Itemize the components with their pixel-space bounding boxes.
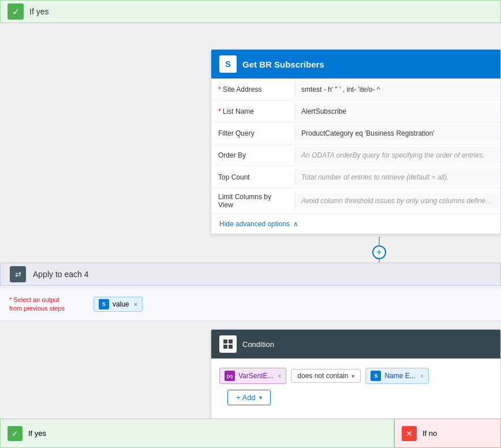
condition-card-title: Condition xyxy=(242,340,274,349)
bottom-if-yes-bar[interactable]: ✓ If yes xyxy=(0,419,394,448)
apply-each-bar[interactable]: ⇄ Apply to each 4 xyxy=(0,263,501,286)
var-sent-chip[interactable]: {x} VarSentE... × xyxy=(219,368,286,384)
bottom-if-no-bar[interactable]: ✕ If no xyxy=(394,419,501,448)
top-check-icon: ✓ xyxy=(8,3,24,20)
name-chip-sp-icon: S xyxy=(371,371,381,381)
get-br-card: S Get BR Subscribers * Site Address smte… xyxy=(211,49,501,234)
svg-rect-1 xyxy=(229,339,233,344)
value-chip-close[interactable]: × xyxy=(134,301,137,308)
order-by-label: Order By xyxy=(211,147,295,164)
list-name-label: * List Name xyxy=(211,103,295,120)
get-br-card-title: Get BR Subscribers xyxy=(242,59,324,69)
svg-rect-3 xyxy=(229,345,233,349)
connector-line-top xyxy=(379,237,380,245)
site-address-label: * Site Address xyxy=(211,81,295,98)
top-count-label: Top Count xyxy=(211,169,295,186)
condition-row: {x} VarSentE... × does not contain ▾ S N… xyxy=(219,368,492,384)
condition-card: Condition {x} VarSentE... × does not con… xyxy=(211,329,501,421)
apply-each-title: Apply to each 4 xyxy=(33,270,89,279)
bottom-if-yes-label: If yes xyxy=(28,429,46,438)
bottom-check-icon: ✓ xyxy=(8,426,23,441)
sharepoint-icon: S xyxy=(219,55,237,73)
limit-columns-label: Limit Columns by View xyxy=(211,188,295,214)
condition-icon xyxy=(219,335,237,353)
field-row-limit-columns: Limit Columns by View Avoid column thres… xyxy=(211,188,500,214)
var-chip-text: VarSentE... xyxy=(238,372,273,380)
apply-each-icon: ⇄ xyxy=(10,266,26,282)
operator-dropdown[interactable]: does not contain ▾ xyxy=(291,369,361,383)
filter-query-value[interactable]: ProductCategory eq 'Business Registratio… xyxy=(295,125,500,142)
select-output-text: Select an outputfrom previous steps xyxy=(9,296,65,312)
add-btn-row: + Add ▾ xyxy=(219,384,492,411)
svg-rect-2 xyxy=(223,345,227,349)
canvas: S Get BR Subscribers * Site Address smte… xyxy=(0,23,501,448)
condition-body: {x} VarSentE... × does not contain ▾ S N… xyxy=(211,359,500,420)
field-row-top-count: Top Count Total number of entries to ret… xyxy=(211,166,500,188)
svg-rect-0 xyxy=(223,339,227,344)
add-chevron-icon: ▾ xyxy=(259,394,262,401)
top-count-value[interactable]: Total number of entries to retrieve (def… xyxy=(295,169,500,186)
top-if-yes-label: If yes xyxy=(29,7,48,16)
hide-advanced-label: Hide advanced options xyxy=(219,220,290,228)
chevron-down-icon: ▾ xyxy=(352,373,354,379)
get-br-card-body: * Site Address smtest - h' '' ' , int- '… xyxy=(211,79,500,234)
site-address-value[interactable]: smtest - h' '' ' , int- 'ite/o- ^ xyxy=(295,81,500,98)
top-if-yes-bar: ✓ If yes xyxy=(0,0,501,23)
select-output-section: * Select an outputfrom previous steps S … xyxy=(0,289,501,321)
get-br-card-header: S Get BR Subscribers xyxy=(211,50,500,79)
hide-advanced-button[interactable]: Hide advanced options ∧ xyxy=(211,214,500,234)
name-chip-close[interactable]: × xyxy=(420,373,424,379)
name-chip[interactable]: S Name E... × xyxy=(365,368,428,384)
bottom-bars: ✓ If yes ✕ If no xyxy=(0,419,501,448)
order-by-value[interactable]: An ODATA orderBy query for specifying th… xyxy=(295,147,500,164)
value-chip-text: value xyxy=(113,300,129,308)
add-condition-button[interactable]: + Add ▾ xyxy=(227,390,271,405)
field-row-list-name: * List Name AlertSubscribe xyxy=(211,100,500,122)
var-icon: {x} xyxy=(225,371,235,381)
field-row-site-address: * Site Address smtest - h' '' ' , int- '… xyxy=(211,79,500,100)
add-step-button[interactable]: + xyxy=(372,245,386,259)
condition-card-header: Condition xyxy=(211,330,500,359)
var-chip-close[interactable]: × xyxy=(278,373,281,379)
select-output-label: * Select an outputfrom previous steps xyxy=(9,296,84,313)
add-btn-label: + Add xyxy=(236,393,256,402)
filter-query-label: Filter Query xyxy=(211,125,295,142)
list-name-value[interactable]: AlertSubscribe xyxy=(295,103,500,120)
value-chip-sp-icon: S xyxy=(99,299,109,309)
limit-columns-value[interactable]: Avoid column threshold issues by only us… xyxy=(295,192,500,210)
name-chip-text: Name E... xyxy=(384,372,415,380)
field-row-filter-query: Filter Query ProductCategory eq 'Busines… xyxy=(211,122,500,144)
field-row-order-by: Order By An ODATA orderBy query for spec… xyxy=(211,144,500,166)
bottom-if-no-label: If no xyxy=(423,429,437,438)
bottom-x-icon: ✕ xyxy=(402,426,417,441)
operator-text: does not contain xyxy=(297,372,348,380)
value-chip[interactable]: S value × xyxy=(94,297,143,312)
chevron-up-icon: ∧ xyxy=(293,220,298,228)
